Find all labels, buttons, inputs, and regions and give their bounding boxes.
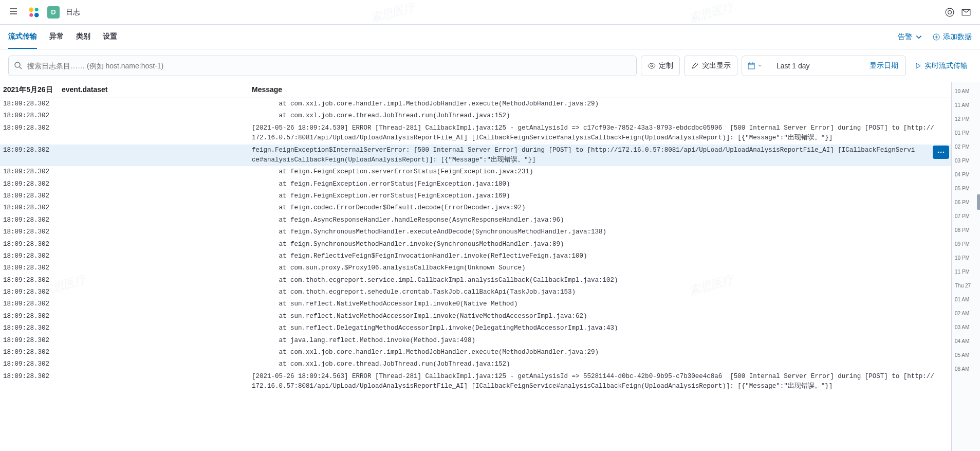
log-message: at com.xxl.job.core.handler.impl.MethodJ… xyxy=(252,99,951,109)
log-row[interactable]: 18:09:28.302 at sun.reflect.DelegatingMe… xyxy=(0,322,951,334)
log-dataset xyxy=(62,191,252,201)
timeline-tick[interactable]: 02 PM xyxy=(952,140,980,154)
log-row[interactable]: 18:09:28.302 at java.lang.reflect.Method… xyxy=(0,335,951,347)
column-header-message[interactable]: Message xyxy=(252,85,951,95)
timeline-tick[interactable]: 10 AM xyxy=(952,84,980,98)
tab-0[interactable]: 流式传输 xyxy=(8,25,37,49)
log-timestamp: 18:09:28.302 xyxy=(0,372,62,392)
log-dataset xyxy=(62,372,252,392)
log-row[interactable]: 18:09:28.302 at feign.SynchronousMethodH… xyxy=(0,226,951,238)
timeline-tick[interactable]: 09 PM xyxy=(952,237,980,251)
row-more-button[interactable] xyxy=(933,146,949,159)
tab-3[interactable]: 设置 xyxy=(103,25,117,49)
timeline-minimap[interactable]: 10 AM11 AM12 PM01 PM02 PM03 PM04 PM05 PM… xyxy=(951,82,980,451)
log-row[interactable]: 18:09:28.302 at feign.ReflectiveFeign$Fe… xyxy=(0,250,951,262)
log-timestamp: 18:09:28.302 xyxy=(0,251,62,261)
log-dataset xyxy=(62,251,252,261)
help-icon[interactable] xyxy=(945,8,954,17)
log-timestamp: 18:09:28.302 xyxy=(0,227,62,237)
timeline-tick[interactable]: 01 PM xyxy=(952,126,980,140)
log-row[interactable]: 18:09:28.302 at com.xxl.job.core.thread.… xyxy=(0,110,951,122)
timeline-tick[interactable]: 07 PM xyxy=(952,209,980,223)
log-dataset xyxy=(62,276,252,285)
log-row[interactable]: 18:09:28.302[2021-05-26 18:09:24.563] ER… xyxy=(0,371,951,393)
timeline-tick[interactable]: 12 PM xyxy=(952,112,980,126)
add-data-button[interactable]: 添加数据 xyxy=(933,32,972,42)
svg-point-0 xyxy=(29,7,33,12)
log-row[interactable]: 18:09:28.302 at com.xxl.job.core.handler… xyxy=(0,347,951,358)
log-timestamp: 18:09:28.302 xyxy=(0,111,62,121)
log-message: at feign.SynchronousMethodHandler.execut… xyxy=(252,227,951,237)
timeline-tick[interactable]: 06 PM xyxy=(952,195,980,209)
show-dates-button[interactable]: 显示日期 xyxy=(862,61,905,70)
svg-point-1 xyxy=(35,8,39,11)
date-picker[interactable]: Last 1 day 显示日期 xyxy=(742,56,906,76)
timeline-tick[interactable]: 11 PM xyxy=(952,265,980,279)
alerts-button[interactable]: 告警 xyxy=(898,32,922,42)
timeline-tick[interactable]: 01 AM xyxy=(952,293,980,306)
log-message: [2021-05-26 18:09:24.530] ERROR [Thread-… xyxy=(252,123,951,143)
timeline-tick[interactable]: 05 AM xyxy=(952,348,980,362)
log-row[interactable]: 18:09:28.302 at feign.FeignException.ser… xyxy=(0,166,951,178)
log-message: at com.thoth.ecgreport.sehedule.crontab.… xyxy=(252,287,951,297)
column-header-time[interactable]: 2021年5月26日 xyxy=(0,85,62,95)
log-row[interactable]: 18:09:28.302 at com.sun.proxy.$Proxy106.… xyxy=(0,262,951,274)
log-row[interactable]: 18:09:28.302 at feign.SynchronousMethodH… xyxy=(0,239,951,250)
date-calendar-button[interactable] xyxy=(742,56,768,76)
timeline-tick[interactable]: 10 PM xyxy=(952,251,980,265)
alerts-label: 告警 xyxy=(898,32,912,42)
customize-button[interactable]: 定制 xyxy=(641,56,680,76)
log-row[interactable]: 18:09:28.302 at com.xxl.job.core.handler… xyxy=(0,98,951,110)
log-timestamp: 18:09:28.302 xyxy=(0,312,62,321)
log-message: at feign.ReflectiveFeign$FeignInvocation… xyxy=(252,251,951,261)
timeline-tick[interactable]: 11 AM xyxy=(952,98,980,112)
log-row[interactable]: 18:09:28.302 at sun.reflect.NativeMethod… xyxy=(0,298,951,310)
search-box[interactable] xyxy=(8,56,637,76)
newsfeed-icon[interactable] xyxy=(961,8,971,17)
svg-point-9 xyxy=(651,65,653,67)
log-message: at com.sun.proxy.$Proxy106.analysisCallb… xyxy=(252,263,951,273)
svg-point-5 xyxy=(948,10,952,14)
hamburger-icon xyxy=(9,7,17,15)
log-row[interactable]: 18:09:28.302 at feign.codec.ErrorDecoder… xyxy=(0,202,951,214)
search-input[interactable] xyxy=(27,62,636,70)
stream-live-button[interactable]: 实时流式传输 xyxy=(910,61,972,70)
timeline-tick[interactable]: 03 AM xyxy=(952,320,980,334)
elastic-logo[interactable] xyxy=(27,5,41,20)
date-range-text[interactable]: Last 1 day xyxy=(768,62,862,70)
timeline-tick[interactable]: 04 AM xyxy=(952,334,980,348)
log-timestamp: 18:09:28.302 xyxy=(0,146,62,166)
log-row[interactable]: 18:09:28.302 at com.xxl.job.core.thread.… xyxy=(0,358,951,370)
log-row[interactable]: 18:09:28.302 at feign.AsyncResponseHandl… xyxy=(0,214,951,226)
timeline-tick[interactable]: 04 PM xyxy=(952,168,980,182)
log-row[interactable]: 18:09:28.302 at sun.reflect.NativeMethod… xyxy=(0,311,951,322)
log-row[interactable]: 18:09:28.302 at feign.FeignException.err… xyxy=(0,190,951,202)
menu-toggle-button[interactable] xyxy=(6,4,21,20)
log-timestamp: 18:09:28.302 xyxy=(0,167,62,177)
log-row[interactable]: 18:09:28.302[2021-05-26 18:09:24.530] ER… xyxy=(0,122,951,145)
log-timestamp: 18:09:28.302 xyxy=(0,203,62,213)
log-dataset xyxy=(62,359,252,369)
log-row[interactable]: 18:09:28.302 at feign.FeignException.err… xyxy=(0,178,951,190)
log-message: at com.xxl.job.core.thread.JobThread.run… xyxy=(252,111,951,121)
timeline-tick[interactable]: 03 PM xyxy=(952,154,980,168)
timeline-current-indicator[interactable] xyxy=(977,194,980,210)
log-message: at feign.FeignException.errorStatus(Feig… xyxy=(252,191,951,201)
tab-1[interactable]: 异常 xyxy=(49,25,64,49)
space-badge[interactable]: D xyxy=(47,6,60,19)
log-row[interactable]: 18:09:28.302feign.FeignException$Interna… xyxy=(0,145,951,167)
log-dataset xyxy=(62,263,252,273)
timeline-tick[interactable]: 08 PM xyxy=(952,223,980,237)
breadcrumb: 日志 xyxy=(66,8,80,17)
timeline-tick[interactable]: Thu 27 xyxy=(952,279,980,293)
tab-2[interactable]: 类别 xyxy=(76,25,90,49)
timeline-tick[interactable]: 02 AM xyxy=(952,306,980,320)
customize-label: 定制 xyxy=(659,61,673,70)
log-dataset xyxy=(62,167,252,177)
timeline-tick[interactable]: 06 AM xyxy=(952,362,980,376)
highlight-button[interactable]: 突出显示 xyxy=(684,56,737,76)
timeline-tick[interactable]: 05 PM xyxy=(952,182,980,195)
column-header-dataset[interactable]: event.dataset xyxy=(62,85,252,95)
log-row[interactable]: 18:09:28.302 at com.thoth.ecgreport.sehe… xyxy=(0,286,951,298)
log-row[interactable]: 18:09:28.302 at com.thoth.ecgreport.serv… xyxy=(0,275,951,286)
